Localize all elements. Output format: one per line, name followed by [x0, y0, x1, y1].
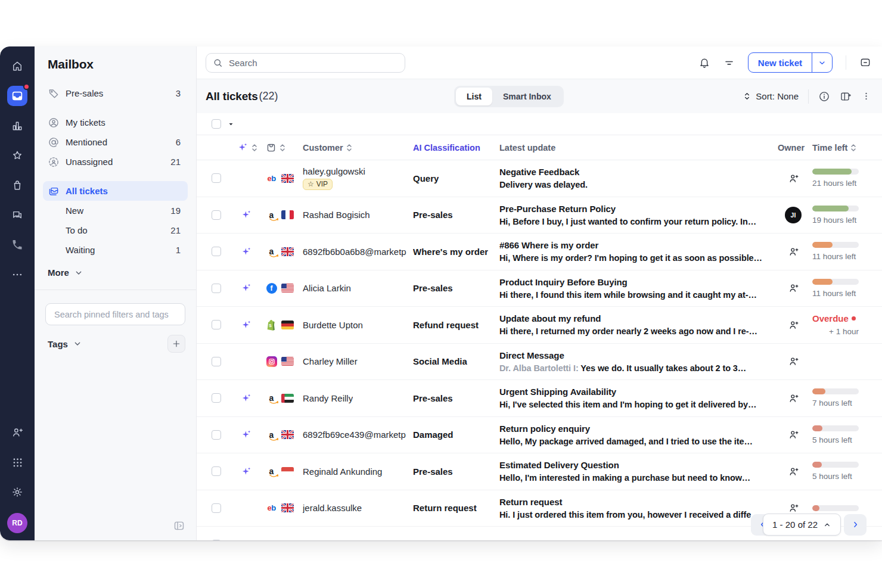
customer-cell: haley.gulgowski☆VIP	[303, 160, 410, 197]
row-checkbox[interactable]	[212, 210, 221, 220]
rail-more-dots-icon[interactable]	[7, 265, 27, 285]
owner-avatar[interactable]: JI	[785, 207, 802, 223]
column-latest-update[interactable]: Latest update	[499, 135, 555, 160]
row-checkbox-cell	[212, 453, 221, 490]
update-snippet: Hello, My package arrived damaged, and I…	[499, 437, 775, 446]
feedback-message-icon[interactable]	[859, 57, 871, 69]
classification-cell: Query	[413, 160, 495, 197]
column-owner[interactable]: Owner	[778, 135, 805, 160]
columns-icon[interactable]	[840, 91, 852, 102]
latest-update: Return policy enquiryHello, My package a…	[499, 424, 775, 446]
assign-owner-button[interactable]	[788, 319, 799, 331]
assign-owner-button[interactable]	[788, 282, 799, 294]
row-checkbox[interactable]	[212, 173, 221, 183]
ticket-row[interactable]: aReginald AnkundingPre-salesEstimated De…	[197, 453, 882, 490]
rail-orders-icon[interactable]	[7, 175, 27, 195]
sidebar-item-new[interactable]: New19	[43, 201, 188, 220]
customer-cell: Rashad Bogisich	[303, 197, 410, 234]
row-checkbox[interactable]	[212, 540, 221, 540]
ai-sparkle-icon	[238, 380, 254, 416]
ticket-row[interactable]: a6892fb69ce439@marketpDamagedReturn poli…	[197, 417, 882, 454]
pagination-range-button[interactable]: 1 - 20 of 22	[763, 514, 841, 536]
rail-favorites-icon[interactable]	[7, 145, 27, 166]
select-all-checkbox[interactable]	[212, 119, 221, 129]
search-box[interactable]	[206, 53, 405, 73]
overdue-dot-icon	[852, 316, 856, 321]
latest-update-cell: Urgent Shipping AvailabilityHi, I've sel…	[499, 380, 775, 416]
user-avatar[interactable]: RD	[7, 513, 27, 533]
sidebar-item-mentioned[interactable]: Mentioned6	[43, 132, 188, 152]
column-ai-classification[interactable]: AI Classification	[413, 135, 480, 160]
info-icon[interactable]	[818, 91, 830, 102]
ai-sparkle-icon	[238, 527, 254, 540]
row-checkbox[interactable]	[212, 247, 221, 256]
owner-cell: JI	[782, 197, 804, 234]
filter-icon[interactable]	[723, 57, 735, 69]
rail-settings-gear-icon[interactable]	[7, 482, 27, 502]
assign-owner-button[interactable]	[788, 539, 799, 540]
time-left-bar	[812, 206, 859, 211]
row-checkbox[interactable]	[212, 320, 221, 329]
collapse-sidebar-icon[interactable]	[173, 519, 185, 532]
time-left-bar-fill	[812, 462, 822, 468]
kebab-menu-icon[interactable]	[861, 91, 871, 101]
assign-owner-button[interactable]	[788, 502, 799, 514]
pinned-filters-search-input[interactable]	[53, 309, 178, 320]
ticket-row[interactable]: aRandy ReillyPre-salesUrgent Shipping Av…	[197, 380, 882, 417]
assign-owner-button[interactable]	[788, 429, 799, 440]
tab-list[interactable]: List	[456, 88, 492, 105]
select-dropdown-caret-icon[interactable]	[228, 121, 234, 127]
column-customer[interactable]: Customer	[303, 135, 353, 160]
column-ai-sparkle[interactable]	[237, 135, 258, 160]
ticket-count: (22)	[259, 90, 278, 102]
ticket-row[interactable]: a6892fb6b0a6b8@marketpWhere's my order#8…	[197, 234, 882, 270]
classification-label: Where's my order	[413, 247, 488, 257]
search-input[interactable]	[228, 57, 398, 69]
sidebar-item-my-tickets[interactable]: My tickets	[43, 113, 188, 132]
customer-name: Alicia Larkin	[303, 283, 351, 293]
assign-owner-button[interactable]	[788, 393, 799, 404]
row-checkbox[interactable]	[212, 466, 221, 476]
new-ticket-label[interactable]: New ticket	[749, 53, 812, 72]
column-channel[interactable]	[266, 135, 286, 160]
row-checkbox[interactable]	[212, 357, 221, 366]
ticket-row[interactable]: Charley MillerSocial MediaDirect Message…	[197, 344, 882, 381]
add-tag-button[interactable]	[167, 335, 185, 353]
channel-cell: a	[266, 453, 294, 490]
ticket-row[interactable]: aRashad BogisichPre-salesPre-Purchase Re…	[197, 197, 882, 234]
new-ticket-button[interactable]: New ticket	[748, 52, 833, 73]
column-time-left[interactable]: Time left	[812, 135, 857, 160]
rail-add-user-icon[interactable]	[7, 422, 27, 443]
row-checkbox[interactable]	[212, 393, 221, 403]
pagination-next-button[interactable]	[844, 514, 867, 536]
sidebar-item-unassigned[interactable]: Unassigned21	[43, 152, 188, 172]
sort-control[interactable]: Sort: None	[743, 91, 799, 101]
ticket-row[interactable]: SBurdette UptonRefund requestUpdate abou…	[197, 307, 882, 344]
notifications-bell-icon[interactable]	[698, 57, 710, 69]
rail-inbox-icon[interactable]	[7, 86, 27, 106]
assign-owner-button[interactable]	[788, 356, 799, 367]
assign-owner-button[interactable]	[788, 246, 799, 257]
rail-reports-icon[interactable]	[7, 116, 27, 136]
rail-chat-icon[interactable]	[7, 205, 27, 225]
row-checkbox[interactable]	[212, 284, 221, 293]
sidebar-more-button[interactable]: More	[48, 267, 188, 278]
rail-apps-grid-icon[interactable]	[7, 452, 27, 472]
sidebar-item-waiting[interactable]: Waiting1	[43, 240, 188, 260]
pinned-filters-search[interactable]	[45, 303, 185, 325]
rail-phone-icon[interactable]	[7, 235, 27, 255]
new-ticket-dropdown[interactable]	[812, 53, 832, 72]
row-checkbox[interactable]	[212, 503, 221, 513]
chevron-down-icon[interactable]	[73, 339, 82, 349]
ticket-row[interactable]: fAlicia LarkinPre-salesProduct Inquiry B…	[197, 270, 882, 307]
sidebar-item-to-do[interactable]: To do21	[43, 220, 188, 240]
row-checkbox[interactable]	[212, 430, 221, 440]
tab-smart-inbox[interactable]: Smart Inbox	[492, 88, 562, 105]
assign-owner-button[interactable]	[788, 466, 799, 477]
sidebar-item-all-tickets[interactable]: All tickets	[43, 181, 188, 201]
rail-home-icon[interactable]	[7, 56, 27, 76]
assign-owner-button[interactable]	[788, 173, 799, 184]
sidebar-item-pre-sales[interactable]: Pre-sales3	[43, 83, 188, 103]
ticket-row[interactable]: ebhaley.gulgowski☆VIPQueryNegative Feedb…	[197, 160, 882, 197]
row-checkbox-cell	[212, 307, 221, 343]
